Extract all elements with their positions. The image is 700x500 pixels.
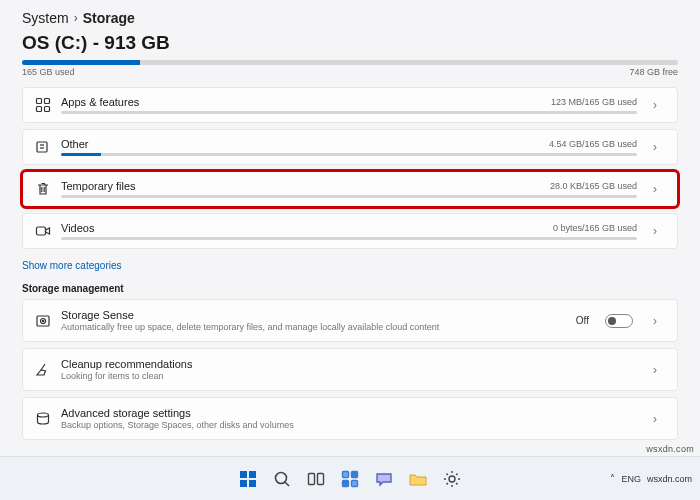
- show-more-categories-link[interactable]: Show more categories: [22, 260, 122, 271]
- chevron-right-icon: ›: [653, 412, 665, 426]
- breadcrumb-current: Storage: [83, 10, 135, 26]
- category-bar: [61, 237, 637, 240]
- chevron-right-icon: ›: [653, 363, 665, 377]
- svg-rect-26: [352, 480, 358, 486]
- category-title: Videos: [61, 222, 94, 234]
- svg-point-19: [276, 472, 287, 483]
- svg-rect-4: [37, 142, 47, 152]
- svg-point-27: [449, 476, 455, 482]
- category-bar: [61, 111, 637, 114]
- breadcrumb-parent[interactable]: System: [22, 10, 69, 26]
- svg-rect-1: [45, 99, 50, 104]
- disk-icon: [35, 313, 51, 329]
- svg-rect-0: [37, 99, 42, 104]
- storage-category-apps-features[interactable]: Apps & features123 MB/165 GB used›: [22, 87, 678, 123]
- taskbar[interactable]: ˄ ENG wsxdn.com: [0, 456, 700, 500]
- category-title: Other: [61, 138, 89, 150]
- category-bar: [61, 153, 637, 156]
- tray-extra: wsxdn.com: [647, 474, 692, 484]
- mgmt-title: Storage Sense: [61, 309, 566, 321]
- chevron-right-icon: ›: [74, 11, 78, 25]
- video-icon: [35, 223, 51, 239]
- drive-title: OS (C:) - 913 GB: [22, 32, 678, 54]
- svg-line-20: [285, 482, 289, 486]
- svg-rect-15: [240, 471, 247, 478]
- svg-rect-3: [45, 107, 50, 112]
- chevron-right-icon: ›: [653, 224, 665, 238]
- breadcrumb[interactable]: System › Storage: [22, 10, 678, 26]
- chat-button[interactable]: [370, 465, 398, 493]
- svg-point-12: [42, 320, 43, 321]
- drive-usage-bar: [22, 60, 678, 65]
- drive-free-label: 748 GB free: [629, 67, 678, 77]
- svg-rect-25: [343, 480, 349, 486]
- mgmt-subtitle: Backup options, Storage Spaces, other di…: [61, 420, 633, 430]
- storage-sense-toggle[interactable]: [605, 314, 633, 328]
- mgmt-storage-sense[interactable]: Storage SenseAutomatically free up space…: [22, 299, 678, 342]
- mgmt-title: Advanced storage settings: [61, 407, 633, 419]
- category-usage: 4.54 GB/165 GB used: [549, 139, 637, 149]
- apps-icon: [35, 97, 51, 113]
- svg-rect-9: [37, 227, 46, 235]
- category-bar: [61, 195, 637, 198]
- trash-icon: [35, 181, 51, 197]
- category-usage: 123 MB/165 GB used: [551, 97, 637, 107]
- chevron-right-icon: ›: [653, 182, 665, 196]
- svg-rect-2: [37, 107, 42, 112]
- system-tray[interactable]: ˄ ENG wsxdn.com: [610, 473, 692, 484]
- widgets-button[interactable]: [336, 465, 364, 493]
- mgmt-subtitle: Automatically free up space, delete temp…: [61, 322, 566, 332]
- storage-management-header: Storage management: [22, 283, 678, 294]
- category-title: Temporary files: [61, 180, 136, 192]
- file-explorer-button[interactable]: [404, 465, 432, 493]
- storage-category-other[interactable]: Other4.54 GB/165 GB used›: [22, 129, 678, 165]
- category-title: Apps & features: [61, 96, 139, 108]
- drive-icon: [35, 411, 51, 427]
- chevron-right-icon: ›: [653, 140, 665, 154]
- mgmt-advanced-storage-settings[interactable]: Advanced storage settingsBackup options,…: [22, 397, 678, 440]
- svg-rect-18: [249, 480, 256, 487]
- svg-rect-16: [249, 471, 256, 478]
- search-button[interactable]: [268, 465, 296, 493]
- settings-button[interactable]: [438, 465, 466, 493]
- category-usage: 0 bytes/165 GB used: [553, 223, 637, 233]
- other-icon: [35, 139, 51, 155]
- storage-category-videos[interactable]: Videos0 bytes/165 GB used›: [22, 213, 678, 249]
- watermark: wsxdn.com: [646, 444, 694, 454]
- tray-language[interactable]: ENG: [621, 474, 641, 484]
- svg-line-13: [41, 364, 45, 370]
- drive-used-label: 165 GB used: [22, 67, 75, 77]
- svg-rect-23: [343, 471, 349, 477]
- svg-rect-21: [309, 473, 315, 484]
- svg-rect-22: [318, 473, 324, 484]
- task-view-button[interactable]: [302, 465, 330, 493]
- mgmt-cleanup-recommendations[interactable]: Cleanup recommendationsLooking for items…: [22, 348, 678, 391]
- broom-icon: [35, 362, 51, 378]
- toggle-label: Off: [576, 315, 589, 326]
- chevron-right-icon: ›: [653, 98, 665, 112]
- category-usage: 28.0 KB/165 GB used: [550, 181, 637, 191]
- svg-rect-17: [240, 480, 247, 487]
- mgmt-title: Cleanup recommendations: [61, 358, 633, 370]
- storage-category-temporary-files[interactable]: Temporary files28.0 KB/165 GB used›: [22, 171, 678, 207]
- start-button[interactable]: [234, 465, 262, 493]
- svg-point-14: [38, 413, 49, 417]
- tray-overflow-icon[interactable]: ˄: [610, 473, 615, 484]
- svg-rect-24: [352, 471, 358, 477]
- mgmt-subtitle: Looking for items to clean: [61, 371, 633, 381]
- chevron-right-icon: ›: [653, 314, 665, 328]
